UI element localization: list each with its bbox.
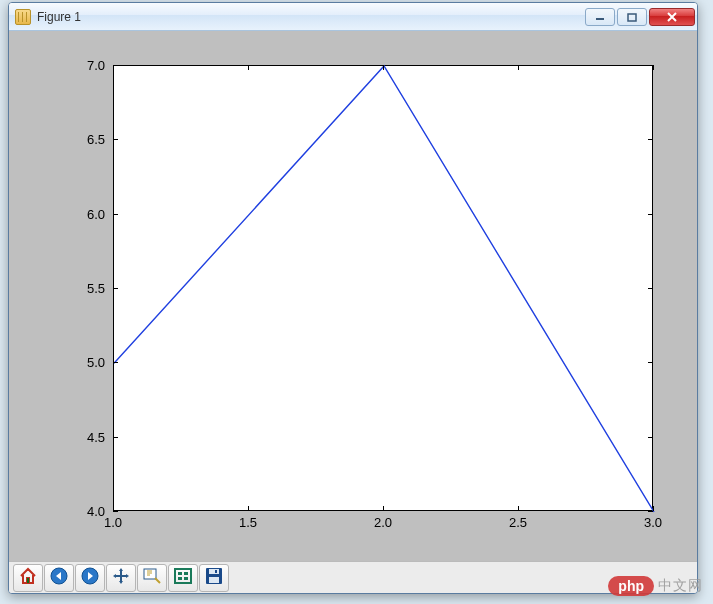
x-tick-mark [113, 506, 114, 511]
save-button[interactable] [199, 564, 229, 592]
y-tick-mark [113, 139, 118, 140]
y-tick-mark [648, 362, 653, 363]
x-tick-mark [518, 65, 519, 70]
window-title: Figure 1 [37, 10, 583, 24]
x-tick-mark [248, 65, 249, 70]
home-icon [18, 567, 38, 588]
y-tick-mark [648, 288, 653, 289]
zoom-rect-icon [142, 567, 162, 588]
svg-rect-2 [27, 578, 29, 583]
y-tick-mark [113, 214, 118, 215]
x-tick-mark [653, 65, 654, 70]
configure-icon [173, 567, 193, 588]
save-icon [205, 567, 223, 588]
y-tick-label: 7.0 [87, 58, 105, 73]
svg-rect-14 [215, 570, 217, 573]
plot-area[interactable]: 4.04.55.05.56.06.57.01.01.52.02.53.0 [41, 53, 667, 551]
y-tick-label: 4.5 [87, 429, 105, 444]
x-tick-mark [113, 65, 114, 70]
back-button[interactable] [44, 564, 74, 592]
watermark: php 中文网 [608, 576, 703, 596]
y-tick-label: 5.0 [87, 355, 105, 370]
forward-button[interactable] [75, 564, 105, 592]
svg-rect-12 [209, 569, 219, 574]
watermark-pill: php [608, 576, 654, 596]
svg-rect-6 [175, 569, 191, 583]
titlebar[interactable]: Figure 1 [9, 3, 697, 31]
minimize-button[interactable] [585, 8, 615, 26]
x-tick-label: 2.0 [374, 515, 392, 530]
x-tick-mark [248, 506, 249, 511]
subplots-button[interactable] [168, 564, 198, 592]
x-tick-mark [383, 506, 384, 511]
svg-rect-1 [628, 14, 636, 21]
y-tick-label: 5.5 [87, 281, 105, 296]
figure-window: Figure 1 4.04.55.05.56.06.57.01.01.52.02… [8, 2, 698, 594]
move-icon [112, 567, 130, 588]
minimize-icon [595, 13, 605, 21]
svg-rect-9 [178, 577, 182, 580]
svg-rect-13 [209, 577, 219, 583]
pan-button[interactable] [106, 564, 136, 592]
y-tick-mark [113, 362, 118, 363]
watermark-text: 中文网 [658, 577, 703, 595]
maximize-button[interactable] [617, 8, 647, 26]
home-button[interactable] [13, 564, 43, 592]
y-tick-mark [648, 139, 653, 140]
y-tick-mark [113, 437, 118, 438]
axes [113, 65, 653, 511]
app-icon [15, 9, 31, 25]
y-tick-mark [648, 437, 653, 438]
y-tick-label: 6.5 [87, 132, 105, 147]
nav-toolbar [9, 561, 697, 593]
y-tick-mark [648, 214, 653, 215]
data-line [114, 66, 654, 512]
arrow-right-icon [81, 567, 99, 588]
y-tick-mark [113, 511, 118, 512]
x-tick-mark [518, 506, 519, 511]
svg-rect-8 [184, 572, 188, 575]
x-tick-label: 3.0 [644, 515, 662, 530]
x-tick-mark [653, 506, 654, 511]
arrow-left-icon [50, 567, 68, 588]
y-tick-mark [113, 288, 118, 289]
svg-rect-7 [178, 572, 182, 575]
zoom-button[interactable] [137, 564, 167, 592]
y-tick-label: 6.0 [87, 206, 105, 221]
close-button[interactable] [649, 8, 695, 26]
x-tick-mark [383, 65, 384, 70]
y-tick-label: 4.0 [87, 504, 105, 519]
x-tick-label: 2.5 [509, 515, 527, 530]
x-tick-label: 1.5 [239, 515, 257, 530]
x-tick-label: 1.0 [104, 515, 122, 530]
maximize-icon [627, 12, 637, 22]
figure-canvas: 4.04.55.05.56.06.57.01.01.52.02.53.0 [9, 31, 697, 561]
svg-rect-10 [184, 577, 188, 580]
line-plot [114, 66, 654, 512]
close-icon [666, 12, 678, 22]
y-tick-mark [648, 511, 653, 512]
